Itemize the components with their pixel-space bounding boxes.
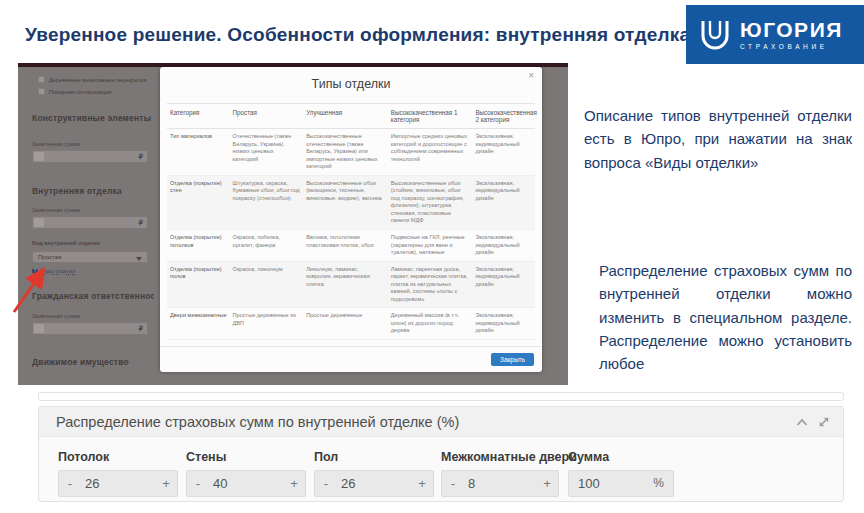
finish-type-value: Простая (38, 254, 61, 260)
field-label: Пол (314, 450, 434, 464)
stepper-value[interactable]: 40 (209, 471, 283, 496)
plus-button[interactable]: + (283, 471, 305, 496)
declared-sum-input[interactable]: ₽ (32, 216, 148, 229)
collapsed-panel-strip (38, 392, 844, 401)
table-cell: Простые деревянные из ДВП (230, 308, 304, 340)
slide: Уверенное решение. Особенности оформлени… (0, 0, 864, 513)
table-row: Тип материалов Отечественные (также Бела… (167, 129, 535, 176)
minus-button[interactable]: - (442, 471, 464, 496)
red-arrow-annotation (8, 262, 58, 318)
field-ceiling: Потолок - 26 + (58, 450, 178, 497)
close-button[interactable]: Закрыть (491, 353, 534, 366)
col-header: Категория (167, 104, 230, 129)
app-screenshot: Деревянные межэтажные перекрытия Пожарна… (18, 63, 568, 385)
finish-types-modal: Типы отделки × Категория Простая Улучшен… (160, 67, 542, 372)
field-floor: Пол - 26 + (314, 450, 434, 497)
input-addon (34, 218, 44, 227)
walls-stepper[interactable]: - 40 + (186, 470, 306, 497)
table-cell: Эксклюзивная, индивидуальный дизайн (472, 129, 535, 176)
finish-types-table: Категория Простая Улучшенная Высококачес… (167, 103, 535, 340)
col-header: Простая (230, 104, 304, 129)
checkbox-label: Деревянные межэтажные перекрытия (49, 77, 146, 83)
table-cell: Окраска, побелка, оргалит, фанера (230, 230, 304, 262)
table-cell: Простые деревянные (303, 308, 388, 340)
plus-button[interactable]: + (155, 471, 177, 496)
close-icon[interactable]: × (528, 70, 534, 81)
finish-type-label: Вид внутренней отделки (32, 240, 100, 246)
table-cell: Ламинат, паркетная доска, паркет, керами… (388, 261, 473, 308)
table-cell: Подвесные на ГКЛ, реечные (характерны дл… (388, 230, 473, 262)
sum-display: 100 % (568, 470, 674, 497)
modal-footer: Закрыть (160, 346, 542, 372)
floor-stepper[interactable]: - 26 + (314, 470, 434, 497)
logo-name: ЮГОРИЯ (740, 19, 843, 40)
declared-sum-label: Заявленная сумма (32, 141, 80, 147)
section-constructive-elements: Конструктивные элементы (32, 113, 154, 123)
table-cell: Импортные средних ценовых категорий и до… (388, 129, 473, 176)
page-title: Уверенное решение. Особенности оформлени… (25, 24, 690, 46)
stepper-value[interactable]: 26 (337, 471, 411, 496)
field-label: Стены (186, 450, 306, 464)
checkbox-icon[interactable] (38, 88, 45, 95)
table-header-row: Категория Простая Улучшенная Высококачес… (167, 104, 535, 129)
table-cell: Отечественные (также Беларусь, Украина) … (230, 129, 304, 176)
stepper-value[interactable]: 26 (81, 471, 155, 496)
percent-suffix: % (653, 471, 664, 496)
company-logo: ЮГОРИЯ СТРАХОВАНИЕ (686, 5, 864, 64)
chevron-down-icon (136, 257, 142, 261)
table-row: Двери межкомнатные Простые деревянные из… (167, 308, 535, 340)
note-finish-types: Описание типов внутренней отделки есть в… (584, 104, 852, 174)
app-sidebar: Деревянные межэтажные перекрытия Пожарна… (18, 67, 160, 385)
field-label: Межкомнатные двери (441, 450, 577, 464)
checkbox-label: Пожарная сигнализация (49, 89, 111, 95)
distribution-panel: Распределение страховых сумм по внутренн… (38, 406, 844, 502)
checkbox-fire-alarm[interactable]: Пожарная сигнализация (38, 88, 158, 95)
section-movable-property: Движимое имущество (32, 357, 154, 367)
table-cell: Отделка (покрытие) потолков (167, 230, 230, 262)
distribution-panel-title: Распределение страховых сумм по внутренн… (39, 407, 843, 437)
plus-button[interactable]: + (536, 471, 558, 496)
field-interior-doors: Межкомнатные двери - 8 + (441, 450, 577, 497)
table-cell: Вагонка, потолочная пластиковая плитка, … (303, 230, 388, 262)
ruble-icon: ₽ (139, 153, 143, 161)
input-addon (34, 324, 44, 333)
declared-sum-label: Заявленная сумма (32, 207, 80, 213)
col-header: Высококачественная 2 категория (472, 104, 535, 129)
checkbox-icon[interactable] (38, 76, 45, 83)
col-header: Высококачественная 1 категория (388, 104, 473, 129)
declared-sum-input[interactable]: ₽ (32, 322, 148, 335)
field-label: Сумма (568, 450, 674, 464)
input-addon (34, 152, 44, 161)
table-cell: Отделка (покрытие) стен (167, 175, 230, 229)
table-cell: Отделка (покрытие) полов (167, 261, 230, 308)
yugoria-logo-icon (698, 17, 732, 53)
checkbox-wooden-floors[interactable]: Деревянные межэтажные перекрытия (38, 76, 158, 83)
modal-title: Типы отделки (160, 77, 542, 91)
note-distribution: Распределение страховых сумм по внутренн… (599, 259, 852, 375)
minus-button[interactable]: - (187, 471, 209, 496)
chevron-up-icon[interactable] (796, 418, 808, 427)
plus-button[interactable]: + (411, 471, 433, 496)
ruble-icon: ₽ (139, 219, 143, 227)
minus-button[interactable]: - (59, 471, 81, 496)
declared-sum-input[interactable]: ₽ (32, 150, 148, 163)
ceiling-stepper[interactable]: - 26 + (58, 470, 178, 497)
field-sum: Сумма 100 % (568, 450, 674, 497)
table-cell: Высококачественные обои (стойкие, винило… (388, 175, 473, 229)
ruble-icon: ₽ (139, 325, 143, 333)
minus-button[interactable]: - (315, 471, 337, 496)
field-label: Потолок (58, 450, 178, 464)
stepper-value[interactable]: 8 (464, 471, 536, 496)
table-cell: Эксклюзивная, индивидуальный дизайн (472, 261, 535, 308)
resize-icon[interactable] (818, 416, 830, 428)
table-cell: Высококачественные обои (моющиеся, тисне… (303, 175, 388, 229)
table-cell: Линолеум, ламинат, ковролин, керамическа… (303, 261, 388, 308)
table-cell: Эксклюзивная, индивидуальный дизайн (472, 230, 535, 262)
table-cell: Деревянный массив (в т.ч. шпон) из дорог… (388, 308, 473, 340)
table-row: Отделка (покрытие) полов Окраска, линоле… (167, 261, 535, 308)
field-walls: Стены - 40 + (186, 450, 306, 497)
doors-stepper[interactable]: - 8 + (441, 470, 559, 497)
table-row: Отделка (покрытие) стен Штукатурка, окра… (167, 175, 535, 229)
table-cell: Штукатурка, окраска, бумажные обои, обои… (230, 175, 304, 229)
table-cell: Высококачественные отечественные (также … (303, 129, 388, 176)
